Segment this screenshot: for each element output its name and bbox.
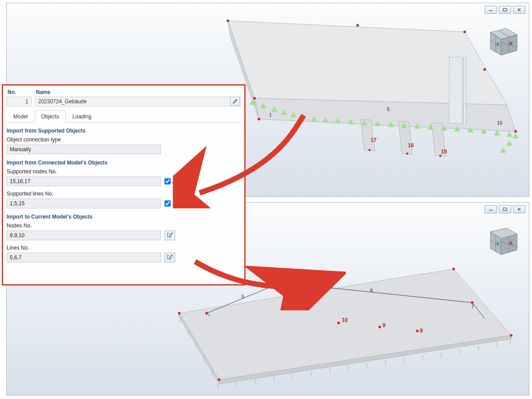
minimize-button[interactable] [485,6,497,14]
close-icon [516,8,522,12]
nav-cube-top[interactable]: -Y -X [483,21,521,59]
svg-text:-X: -X [508,241,512,246]
edge-label-1: 1 [269,112,272,117]
svg-marker-15 [228,21,507,105]
svg-point-27 [253,97,256,100]
edge-label-15: 15 [497,120,502,125]
pick-nodes-button[interactable] [164,231,175,240]
cursor-pick-icon [166,254,173,261]
supported-nodes-all[interactable]: All [164,178,178,184]
svg-point-28 [514,130,517,133]
svg-text:-Y: -Y [495,242,500,246]
edge-label-5: 5 [387,106,390,112]
svg-marker-42 [335,118,341,124]
svg-marker-73 [179,313,219,384]
pencil-icon [232,98,238,104]
supported-nodes-input[interactable] [7,176,161,186]
supported-nodes-all-label: All [172,178,178,184]
edge-label-6b: 6 [370,288,373,293]
supported-lines-input[interactable] [7,199,161,208]
node-label-9: 9 [383,322,386,329]
section-current-title: Import to Current Model's Objects [7,214,241,220]
no-input[interactable] [7,97,31,106]
svg-point-82 [471,301,473,304]
section-connected-title: Import from Connected Model's Objects [7,160,241,166]
svg-marker-16 [254,98,516,132]
maximize-button[interactable] [499,6,511,14]
svg-point-32 [439,155,442,157]
edge-label-5b: 5 [242,294,244,299]
svg-marker-49 [427,125,434,130]
svg-marker-52 [467,127,473,133]
svg-rect-18 [449,57,462,124]
svg-point-30 [368,149,371,151]
svg-marker-47 [401,123,407,128]
svg-marker-48 [414,124,420,129]
close-button[interactable] [513,205,525,213]
svg-marker-39 [300,115,306,120]
svg-marker-37 [281,110,287,115]
svg-marker-55 [506,132,512,137]
close-button[interactable] [513,6,525,14]
svg-marker-33 [251,100,258,105]
svg-marker-43 [348,119,354,125]
svg-marker-45 [375,121,381,126]
edge-label-7b: 7 [471,304,474,309]
supported-lines-all-checkbox[interactable] [164,200,171,207]
maximize-button[interactable] [499,205,511,213]
svg-marker-72 [179,269,511,380]
current-lines-label: Lines No. [7,245,241,251]
svg-point-79 [218,378,220,381]
tab-model[interactable]: Model [7,110,35,122]
edit-name-button[interactable] [230,97,240,106]
conn-type-input[interactable] [7,145,161,154]
supported-lines-all[interactable]: All [164,200,178,207]
svg-point-24 [463,31,466,33]
name-label: Name [35,88,241,97]
svg-point-85 [416,330,419,332]
svg-point-80 [205,312,208,315]
svg-point-26 [483,68,486,71]
svg-point-29 [258,118,260,121]
objects-panel: No. Name Model Objects Loading Import fr… [2,84,246,286]
svg-point-76 [178,312,180,315]
pick-lines-button[interactable] [164,253,175,262]
conn-type-label: Object connection type [7,137,241,143]
svg-marker-53 [481,129,487,134]
minimize-button[interactable] [485,205,497,213]
svg-point-25 [356,24,359,27]
svg-marker-58 [500,147,506,153]
svg-rect-19 [463,58,466,125]
supported-nodes-all-checkbox[interactable] [164,178,171,184]
node-label-10: 10 [342,317,348,323]
svg-marker-50 [441,125,447,131]
maximize-icon [502,8,508,12]
nav-cube-bottom[interactable]: -Y -X [483,220,521,258]
svg-text:-X: -X [508,41,512,46]
svg-point-84 [379,326,381,329]
svg-marker-34 [249,100,255,105]
svg-point-83 [337,322,340,325]
minimize-icon [488,207,493,211]
no-label: No. [7,88,31,97]
current-nodes-input[interactable] [7,231,161,240]
svg-marker-46 [388,122,394,127]
node-label-15: 15 [441,149,447,155]
name-input[interactable] [35,97,241,106]
tab-objects[interactable]: Objects [35,110,66,122]
svg-marker-74 [219,335,511,384]
svg-marker-56 [512,133,519,138]
cursor-pick-icon [166,232,173,239]
current-lines-input[interactable] [7,253,161,262]
supported-lines-all-label: All [172,200,178,207]
section-supported-title: Import from Supported Objects [7,128,241,134]
supported-nodes-label: Supported nodes No. [7,168,241,175]
svg-point-77 [452,268,455,270]
svg-text:-Y: -Y [495,42,500,47]
tab-loading[interactable]: Loading [66,110,98,122]
svg-marker-51 [454,126,460,132]
svg-marker-44 [361,120,368,125]
current-nodes-label: Nodes No. [7,223,241,229]
node-label-8: 8 [420,328,423,334]
svg-marker-22 [431,123,446,156]
